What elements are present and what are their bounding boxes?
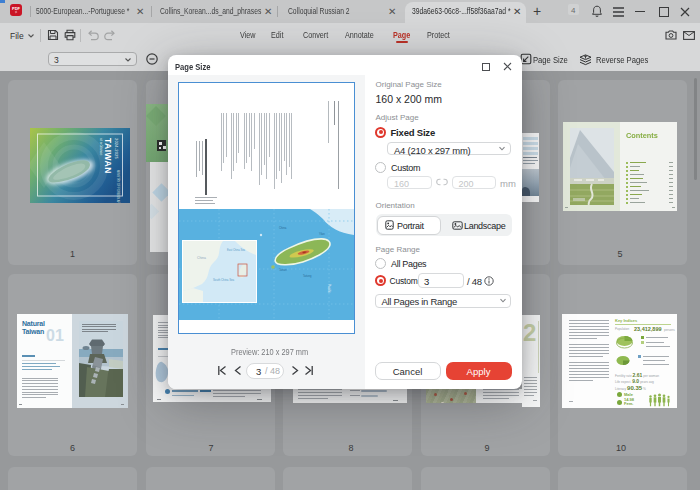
svg-text:Tainan: Tainan [279,268,287,272]
svg-text:Yilan: Yilan [319,232,325,236]
svg-text:China: China [197,256,206,260]
svg-text:Pacific: Pacific [327,284,331,293]
svg-text:at a Glance: at a Glance [99,138,103,155]
svg-text:South China Sea: South China Sea [213,278,235,282]
svg-text:China: China [279,226,287,230]
svg-text:Taitung: Taitung [303,274,312,278]
svg-text:2024-2025: 2024-2025 [113,138,118,160]
svg-text:TAIWAN: TAIWAN [103,138,113,174]
svg-text:East China Sea: East China Sea [227,248,246,252]
